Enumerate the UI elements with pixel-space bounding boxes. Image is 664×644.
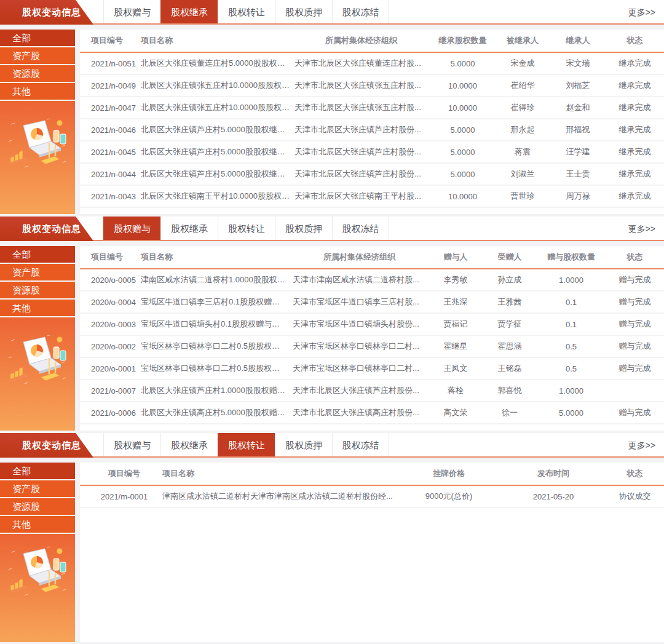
table-header-row: 项目编号项目名称所属村集体经济组织赠与人受赠人赠与股权数量状态 bbox=[80, 246, 664, 269]
cell-inherit-share-qty: 10.0000 bbox=[430, 192, 495, 201]
cell-status: 继承完成 bbox=[606, 58, 664, 69]
sidebar-item-other[interactable]: 其他 bbox=[0, 83, 75, 100]
tab-equity-transfer[interactable]: 股权转让 bbox=[218, 433, 275, 456]
category-sidebar: 全部资产股资源股其他 bbox=[0, 30, 75, 214]
cell-project-id: 2021/n-0044 bbox=[80, 170, 138, 179]
sidebar-item-other[interactable]: 其他 bbox=[0, 516, 75, 533]
cell-inherit-share-qty: 5.0000 bbox=[430, 125, 495, 135]
sidebar-item-asset-shares[interactable]: 资产股 bbox=[0, 264, 75, 280]
table-row[interactable]: 2021/n-0045北辰区大张庄镇芦庄村5.0000股股权继承...天津市北辰… bbox=[80, 141, 664, 164]
sidebar-item-all[interactable]: 全部 bbox=[0, 246, 75, 263]
sidebar-item-asset-shares[interactable]: 资产股 bbox=[0, 47, 75, 64]
cell-inherit-share-qty: 5.0000 bbox=[430, 148, 495, 157]
tab-equity-inheritance[interactable]: 股权继承 bbox=[160, 0, 218, 23]
cell-village-collective-org: 天津市宝坻区林亭口镇林亭口二村... bbox=[290, 363, 429, 374]
section-content: 全部资产股资源股其他 项目编号项目名称所属村集体经济组织继承股权数量被继承人继承… bbox=[0, 30, 664, 214]
table-row[interactable]: 2021/n-0047北辰区大张庄镇张五庄村10.0000股股权继...天津市北… bbox=[80, 97, 664, 119]
column-header: 状态 bbox=[606, 468, 664, 479]
column-header: 项目名称 bbox=[160, 468, 397, 479]
cell-recipient: 霍思涵 bbox=[483, 341, 537, 352]
sidebar-item-all[interactable]: 全部 bbox=[0, 463, 75, 479]
tab-equity-freeze[interactable]: 股权冻结 bbox=[332, 0, 389, 23]
sidebar-item-all[interactable]: 全部 bbox=[0, 30, 75, 46]
cell-project-name: 北辰区大张庄镇董连庄村5.0000股股权继... bbox=[138, 58, 292, 69]
table-row[interactable]: 2020/o-0004宝坻区牛道口镇李三店村0.1股股权赠与项目天津市宝坻区牛道… bbox=[80, 292, 664, 314]
tab-equity-transfer[interactable]: 股权转让 bbox=[218, 217, 275, 240]
column-header: 继承股权数量 bbox=[430, 35, 495, 46]
cell-listing-price: 9000元(总价) bbox=[397, 491, 501, 502]
sidebar-item-resource-shares[interactable]: 资源股 bbox=[0, 498, 75, 515]
column-header: 受赠人 bbox=[483, 252, 537, 263]
section-header-bar: 股权变动信息股权赠与股权继承股权转让股权质押股权冻结更多>> bbox=[0, 0, 664, 25]
sidebar-item-resource-shares[interactable]: 资源股 bbox=[0, 282, 75, 298]
records-table: 项目编号项目名称所属村集体经济组织赠与人受赠人赠与股权数量状态2020/o-00… bbox=[80, 246, 664, 431]
cell-status: 继承完成 bbox=[606, 146, 664, 157]
cell-village-collective-org: 天津市宝坻区牛道口镇李三店村股... bbox=[290, 296, 429, 308]
records-table: 项目编号项目名称挂牌价格发布时间状态2021/m-0001津南区咸水沽镇二道桥村… bbox=[80, 463, 664, 642]
table-row[interactable]: 2021/m-0001津南区咸水沽镇二道桥村天津市津南区咸水沽镇二道桥村股份经.… bbox=[80, 486, 664, 508]
cell-gift-share-qty: 0.1 bbox=[537, 320, 606, 329]
cell-project-id: 2021/n-0047 bbox=[80, 103, 138, 113]
tab-equity-pledge[interactable]: 股权质押 bbox=[275, 217, 332, 240]
equity-change-page: 股权变动信息股权赠与股权继承股权转让股权质押股权冻结更多>>全部资产股资源股其他… bbox=[0, 0, 664, 642]
table-row[interactable]: 2021/n-0043北辰区大张庄镇南王平村10.0000股股权继...天津市北… bbox=[80, 186, 664, 208]
equity-section: 股权变动信息股权赠与股权继承股权转让股权质押股权冻结更多>>全部资产股资源股其他… bbox=[0, 0, 664, 214]
more-link[interactable]: 更多>> bbox=[628, 217, 664, 240]
tab-equity-pledge[interactable]: 股权质押 bbox=[275, 0, 332, 23]
cell-project-id: 2021/n-0045 bbox=[80, 148, 138, 157]
column-header: 状态 bbox=[606, 252, 664, 263]
column-header: 所属村集体经济组织 bbox=[290, 252, 429, 263]
more-link[interactable]: 更多>> bbox=[628, 433, 664, 456]
column-header: 赠与人 bbox=[429, 252, 483, 263]
table-header-row: 项目编号项目名称所属村集体经济组织继承股权数量被继承人继承人状态 bbox=[80, 30, 664, 53]
sidebar-item-other[interactable]: 其他 bbox=[0, 300, 75, 316]
table-row[interactable]: 2020/o-0003宝坻区牛道口镇塘头村0.1股股权赠与项目天津市宝坻区牛道口… bbox=[80, 314, 664, 336]
cell-donor: 高文荣 bbox=[429, 407, 483, 418]
cell-village-collective-org: 天津市北辰区大张庄镇芦庄村股份... bbox=[292, 124, 430, 135]
tab-equity-inheritance[interactable]: 股权继承 bbox=[160, 217, 218, 240]
tab-equity-freeze[interactable]: 股权冻结 bbox=[332, 433, 389, 456]
cell-project-id: 2020/o-0004 bbox=[80, 298, 138, 307]
tab-equity-gift[interactable]: 股权赠与 bbox=[103, 0, 160, 23]
more-link[interactable]: 更多>> bbox=[628, 0, 664, 23]
sidebar-item-resource-shares[interactable]: 资源股 bbox=[0, 65, 75, 82]
table-row[interactable]: 2021/o-0006北辰区大张庄镇高庄村5.0000股股权赠与...天津市北辰… bbox=[80, 402, 664, 424]
tab-equity-pledge[interactable]: 股权质押 bbox=[275, 433, 332, 456]
cell-status: 赠与完成 bbox=[606, 296, 664, 308]
tab-equity-transfer[interactable]: 股权转让 bbox=[218, 0, 275, 23]
table-row[interactable]: 2021/o-0007北辰区大张庄镇芦庄村1.0000股股权赠与...天津市北辰… bbox=[80, 380, 664, 402]
cell-project-id: 2021/n-0043 bbox=[80, 192, 138, 201]
cell-village-collective-org: 天津市北辰区大张庄镇芦庄村股份... bbox=[292, 169, 430, 180]
cell-recipient: 贾学征 bbox=[483, 319, 537, 330]
cell-project-id: 2021/n-0049 bbox=[80, 81, 138, 90]
cell-recipient: 徐一 bbox=[483, 407, 537, 418]
tab-equity-gift[interactable]: 股权赠与 bbox=[103, 433, 160, 456]
cell-village-collective-org: 天津市宝坻区牛道口镇塘头村股份... bbox=[290, 319, 429, 330]
laptop-charts-illustration bbox=[0, 101, 75, 214]
table-row[interactable]: 2021/n-0051北辰区大张庄镇董连庄村5.0000股股权继...天津市北辰… bbox=[80, 53, 664, 75]
cell-status: 赠与完成 bbox=[606, 319, 664, 330]
table-row[interactable]: 2021/n-0044北辰区大张庄镇芦庄村5.0000股股权继承...天津市北辰… bbox=[80, 164, 664, 186]
cell-project-name: 宝坻区牛道口镇李三店村0.1股股权赠与项目 bbox=[138, 296, 290, 308]
table-row[interactable]: 2021/n-0046北辰区大张庄镇芦庄村5.0000股股权继承...天津市北辰… bbox=[80, 119, 664, 141]
cell-project-id: 2021/n-0046 bbox=[80, 125, 138, 135]
sidebar-item-asset-shares[interactable]: 资产股 bbox=[0, 480, 75, 497]
tab-equity-freeze[interactable]: 股权冻结 bbox=[332, 217, 389, 240]
cell-inheritor: 赵金和 bbox=[550, 102, 606, 113]
column-header: 挂牌价格 bbox=[397, 468, 501, 479]
cell-village-collective-org: 天津市北辰区大张庄镇张五庄村股... bbox=[292, 80, 430, 91]
cell-village-collective-org: 天津市北辰区大张庄镇芦庄村股份... bbox=[290, 385, 429, 396]
cell-donor: 贾福记 bbox=[429, 319, 483, 330]
tab-equity-inheritance[interactable]: 股权继承 bbox=[160, 433, 218, 456]
table-row[interactable]: 2020/o-0002宝坻区林亭口镇林亭口二村0.5股股权赠与...天津市宝坻区… bbox=[80, 336, 664, 358]
section-content: 全部资产股资源股其他 项目编号项目名称挂牌价格发布时间状态2021/m-0001… bbox=[0, 463, 664, 642]
cell-status: 继承完成 bbox=[606, 80, 664, 91]
table-row[interactable]: 2021/n-0049北辰区大张庄镇张五庄村10.0000股股权继...天津市北… bbox=[80, 75, 664, 97]
cell-donor: 王凤文 bbox=[429, 363, 483, 374]
cell-project-name: 津南区咸水沽镇二道桥村天津市津南区咸水沽镇二道桥村股份经... bbox=[160, 491, 397, 502]
tab-strip: 股权赠与股权继承股权转让股权质押股权冻结 bbox=[103, 433, 389, 456]
table-row[interactable]: 2020/o-0005津南区咸水沽镇二道桥村1.0000股股权赠...天津市津南… bbox=[80, 269, 664, 292]
cell-project-name: 北辰区大张庄镇芦庄村5.0000股股权继承... bbox=[138, 169, 292, 180]
tab-equity-gift[interactable]: 股权赠与 bbox=[103, 217, 160, 240]
table-row[interactable]: 2020/o-0001宝坻区林亭口镇林亭口二村0.5股股权赠与...天津市宝坻区… bbox=[80, 358, 664, 380]
